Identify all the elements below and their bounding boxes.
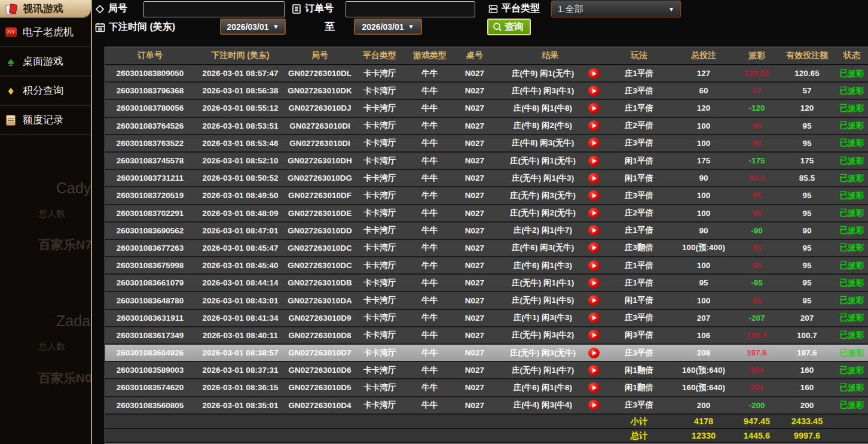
sidebar-item-label: 积分查询	[23, 84, 63, 98]
sidebar-item-table-games[interactable]: ♠ 桌面游戏	[0, 47, 91, 77]
table-row[interactable]: 2603010837800562026-03-01 08:55:12GN0272…	[105, 99, 868, 117]
result-wrap: 庄(牛8) 闲2(牛5)	[495, 118, 606, 134]
cell-order-number: 260301083589003	[105, 361, 195, 379]
table-row[interactable]: 2603010837022912026-03-01 08:48:09GN0272…	[105, 205, 868, 222]
search-button-label: 查询	[505, 21, 524, 34]
table-row[interactable]: 2603010836905622026-03-01 08:47:01GN0272…	[105, 222, 868, 239]
play-video-button[interactable]	[588, 278, 600, 288]
cell-status: 已派彩	[835, 82, 868, 99]
cell-status: 已派彩	[835, 152, 868, 169]
table-row[interactable]: 2603010835890032026-03-01 08:37:31GN0272…	[105, 361, 868, 379]
cell-round-number: GN027263010DJ	[286, 99, 354, 117]
table-row[interactable]: 2603010835608052026-03-01 08:35:01GN0272…	[105, 397, 868, 414]
play-video-button[interactable]	[588, 120, 600, 131]
cell-game-type: 牛牛	[405, 135, 454, 152]
sidebar-item-credit-records[interactable]: 额度记录	[0, 106, 91, 135]
cell-game-type: 牛牛	[405, 169, 454, 187]
date-from-picker[interactable]: 2026/03/01 ▼	[220, 19, 286, 35]
result-wrap: 庄(牛6) 闲3(无牛)	[495, 240, 606, 256]
cell-order-number: 260301083764526	[105, 117, 195, 135]
cell-valid-bet: 57	[779, 82, 835, 99]
cell-total-bet: 160(预:640)	[673, 361, 735, 379]
cell-platform-type: 卡卡湾厅	[354, 65, 405, 82]
cell-platform-type: 卡卡湾厅	[354, 222, 405, 239]
sidebar-item-slots[interactable]: 777 电子老虎机	[0, 18, 91, 47]
cell-valid-bet: 85.5	[779, 169, 835, 187]
cell-order-number: 260301083631911	[105, 309, 195, 327]
table-row[interactable]: 2603010838090502026-03-01 08:57:47GN0272…	[105, 65, 868, 82]
cell-result: 庄(无牛) 闲1(牛5)	[495, 291, 606, 309]
cell-bet-time: 2026-03-01 08:45:47	[195, 239, 286, 257]
table-row[interactable]: 2603010837635222026-03-01 08:53:46GN0272…	[105, 135, 868, 152]
play-video-button[interactable]	[588, 225, 600, 236]
result-wrap: 庄(无牛) 闲1(牛5)	[495, 292, 606, 308]
table-row[interactable]: 2603010836772632026-03-01 08:45:47GN0272…	[105, 239, 868, 257]
cell-payout: 95	[735, 187, 779, 204]
order-number-input[interactable]	[346, 1, 475, 17]
sidebar-item-live-games[interactable]: 视讯游戏	[0, 0, 91, 18]
play-video-button[interactable]	[588, 312, 600, 323]
result-text: 庄(牛2) 闲1(牛7)	[497, 225, 588, 236]
table-header: 订单号 下注时间 (美东) 局号 平台类型 游戏类型 桌号 结果 玩法 总投注 …	[105, 47, 868, 65]
dimmed-player-count: 总人数	[38, 341, 65, 352]
result-text: 庄(无牛) 闲1(牛5)	[497, 295, 588, 306]
table-row[interactable]: 2603010837312112026-03-01 08:50:52GN0272…	[105, 169, 868, 187]
play-video-button[interactable]	[588, 190, 600, 201]
play-video-button[interactable]	[588, 365, 600, 376]
play-video-button[interactable]	[588, 400, 600, 410]
cell-round-number: GN027263010DE	[286, 205, 354, 222]
cell-total-bet: 160(预:640)	[673, 379, 735, 396]
cell-bet-time: 2026-03-01 08:50:52	[195, 169, 286, 187]
table-row[interactable]: 2603010837645262026-03-01 08:53:51GN0272…	[105, 117, 868, 135]
result-text: 庄(无牛) 闲3(牛2)	[497, 330, 588, 340]
cell-game-type: 牛牛	[405, 187, 454, 204]
table-row[interactable]: 2603010836319112026-03-01 08:41:34GN0272…	[105, 309, 868, 327]
cell-total-bet: 127	[673, 65, 735, 82]
col-bet-time: 下注时间 (美东)	[195, 47, 286, 65]
cell-round-number: GN027263010D8	[286, 327, 354, 344]
cell-order-number: 260301083617349	[105, 327, 195, 344]
table-row[interactable]: 2603010836049262026-03-01 08:38:57GN0272…	[105, 344, 868, 361]
cell-table-number: N027	[454, 274, 495, 291]
sidebar-item-label: 电子老虎机	[23, 25, 74, 39]
play-video-button[interactable]	[588, 260, 600, 271]
cell-round-number: GN027263010DA	[286, 291, 354, 309]
table-row[interactable]: 2603010836759982026-03-01 08:45:40GN0272…	[105, 257, 868, 274]
platform-type-select[interactable]: 1.全部 ▼	[551, 1, 681, 17]
play-video-button[interactable]	[588, 382, 600, 393]
table-row[interactable]: 2603010836173492026-03-01 08:40:11GN0272…	[105, 327, 868, 344]
subtotal-label: 小计	[606, 414, 673, 428]
play-video-button[interactable]	[588, 208, 600, 218]
search-button[interactable]: 查询	[487, 19, 531, 35]
play-video-button[interactable]	[588, 295, 600, 306]
cell-game-type: 牛牛	[405, 344, 454, 361]
sidebar-item-points-query[interactable]: ♦ 积分查询	[0, 77, 91, 106]
play-video-button[interactable]	[588, 156, 600, 166]
play-video-button[interactable]	[588, 86, 600, 96]
table-row[interactable]: 2603010836487802026-03-01 08:43:01GN0272…	[105, 291, 868, 309]
table-row[interactable]: 2603010835746202026-03-01 08:36:15GN0272…	[105, 379, 868, 396]
cell-valid-bet: 95	[779, 291, 835, 309]
col-table-number: 桌号	[454, 47, 495, 65]
round-number-input[interactable]	[143, 1, 285, 17]
table-row[interactable]: 2603010837455782026-03-01 08:52:10GN0272…	[105, 152, 868, 169]
play-video-button[interactable]	[588, 68, 600, 79]
table-row[interactable]: 2603010836610792026-03-01 08:44:14GN0272…	[105, 274, 868, 291]
play-video-button[interactable]	[588, 173, 600, 184]
cell-status: 已派彩	[835, 135, 868, 152]
result-wrap: 庄(牛8) 闲3(无牛)	[495, 135, 606, 151]
dimmed-player-count: 总人数	[38, 208, 65, 220]
cell-play-type: 闲1平倍	[606, 291, 673, 309]
play-video-button[interactable]	[588, 330, 600, 340]
result-wrap: 庄(牛6) 闲1(牛3)	[495, 257, 606, 273]
play-video-button[interactable]	[588, 138, 600, 148]
cell-game-type: 牛牛	[405, 239, 454, 257]
table-row[interactable]: 2603010837205192026-03-01 08:49:50GN0272…	[105, 187, 868, 204]
play-video-button[interactable]	[588, 348, 600, 358]
table-row[interactable]: 2603010837963682026-03-01 08:56:38GN0272…	[105, 82, 868, 99]
play-video-button[interactable]	[588, 103, 600, 114]
date-to-picker[interactable]: 2026/03/01 ▼	[354, 19, 422, 35]
cell-result: 庄(牛6) 闲1(牛3)	[495, 257, 606, 274]
cell-payout: 57	[735, 82, 779, 99]
play-video-button[interactable]	[588, 242, 600, 253]
